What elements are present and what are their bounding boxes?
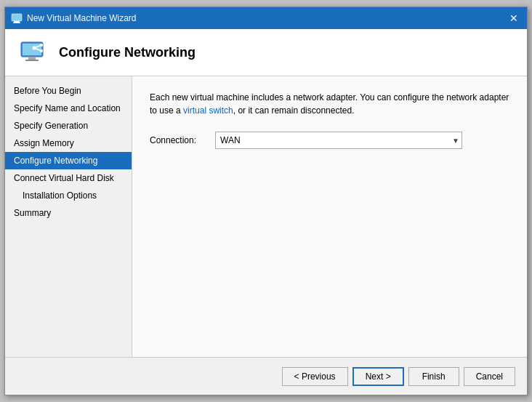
title-bar-icon: [11, 12, 23, 24]
svg-point-8: [40, 44, 43, 47]
sidebar-item-summary[interactable]: Summary: [5, 204, 132, 222]
sidebar-item-specify-generation[interactable]: Specify Generation: [5, 117, 132, 134]
header-icon: [20, 41, 49, 64]
dialog-window: New Virtual Machine Wizard ✕ Configure N…: [4, 7, 528, 395]
title-bar-title: New Virtual Machine Wizard: [27, 13, 507, 23]
sidebar-item-connect-virtual-hard-disk[interactable]: Connect Virtual Hard Disk: [5, 169, 132, 187]
previous-button[interactable]: < Previous: [282, 367, 348, 386]
svg-rect-5: [28, 57, 36, 60]
svg-point-10: [40, 49, 43, 52]
description-text: Each new virtual machine includes a netw…: [150, 91, 509, 117]
svg-rect-0: [12, 14, 22, 21]
dialog-footer: < Previous Next > Finish Cancel: [5, 357, 527, 395]
connection-label: Connection:: [150, 135, 215, 145]
connection-select[interactable]: WAN Not Connected LAN Default Switch: [215, 132, 462, 149]
page-title: Configure Networking: [59, 45, 196, 60]
sidebar-item-installation-options[interactable]: Installation Options: [5, 187, 132, 204]
virtual-switch-link[interactable]: virtual switch: [183, 105, 233, 116]
sidebar-item-configure-networking[interactable]: Configure Networking: [5, 152, 132, 169]
next-button[interactable]: Next >: [352, 367, 404, 386]
svg-rect-1: [14, 21, 20, 23]
svg-rect-6: [25, 60, 39, 61]
sidebar: Before You BeginSpecify Name and Locatio…: [5, 76, 132, 357]
dialog-body: Before You BeginSpecify Name and Locatio…: [5, 76, 527, 357]
svg-point-11: [33, 47, 36, 50]
connection-select-wrapper: WAN Not Connected LAN Default Switch ▼: [215, 132, 462, 149]
dialog-header: Configure Networking: [5, 29, 527, 76]
connection-row: Connection: WAN Not Connected LAN Defaul…: [150, 132, 509, 149]
close-button[interactable]: ✕: [507, 11, 521, 25]
svg-rect-2: [13, 23, 20, 23]
title-bar: New Virtual Machine Wizard ✕: [5, 7, 527, 29]
sidebar-item-specify-name-location[interactable]: Specify Name and Location: [5, 100, 132, 117]
cancel-button[interactable]: Cancel: [464, 367, 515, 386]
sidebar-item-before-you-begin[interactable]: Before You Begin: [5, 82, 132, 100]
sidebar-item-assign-memory[interactable]: Assign Memory: [5, 134, 132, 152]
main-content: Each new virtual machine includes a netw…: [132, 76, 527, 357]
finish-button[interactable]: Finish: [408, 367, 459, 386]
